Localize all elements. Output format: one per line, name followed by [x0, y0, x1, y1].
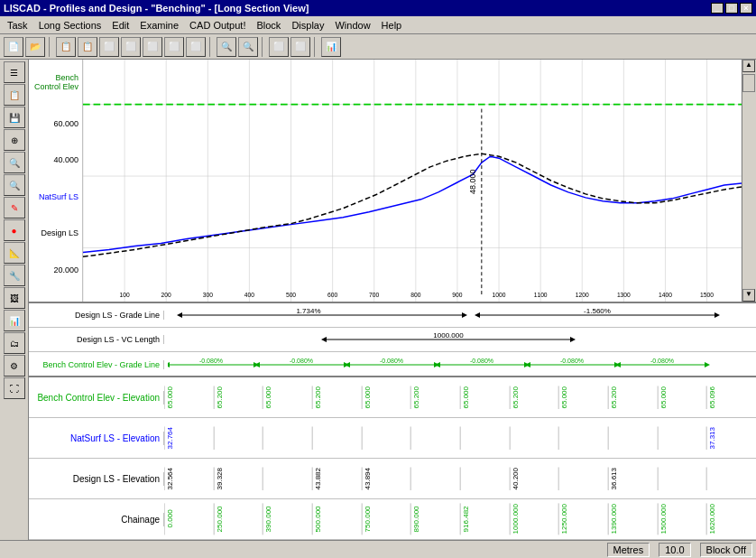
restore-button[interactable]: □ — [725, 3, 738, 14]
svg-text:1500: 1500 — [700, 292, 714, 298]
chainage-cell-12: 1620.000 — [706, 503, 756, 535]
sidebar-icon-10[interactable]: 🔧 — [4, 265, 25, 286]
bench-elev-cell-9: 65.000 — [558, 386, 608, 409]
sidebar-icon-12[interactable]: 📊 — [4, 310, 25, 331]
chainage-cell-10: 1390.000 — [608, 503, 658, 535]
title-bar-buttons[interactable]: _ □ × — [711, 3, 752, 14]
menu-edit[interactable]: Edit — [106, 19, 134, 32]
svg-text:-0.080%: -0.080% — [470, 358, 493, 364]
svg-marker-44 — [475, 312, 480, 318]
svg-text:300: 300 — [203, 292, 213, 298]
graph-area: Bench Control Elev 60.000 40.000 NatSurf… — [29, 60, 756, 303]
toolbar-btn3[interactable]: 📋 — [56, 37, 76, 57]
toolbar-zoom-in[interactable]: 🔍 — [217, 37, 236, 57]
svg-text:1000: 1000 — [493, 292, 506, 298]
svg-text:1.734%: 1.734% — [296, 307, 320, 315]
grade-label-2: Design LS - VC Length — [29, 335, 164, 344]
svg-text:200: 200 — [161, 292, 171, 298]
sidebar-icon-15[interactable]: ⛶ — [4, 377, 25, 399]
grade-line-row3: Bench Control Elev - Grade Line -0.080% … — [29, 352, 756, 377]
toolbar-btn9[interactable]: ⬜ — [186, 37, 206, 57]
toolbar-btn5[interactable]: ⬜ — [99, 37, 119, 57]
sidebar-icon-2[interactable]: 📋 — [4, 84, 25, 106]
svg-marker-68 — [525, 362, 530, 367]
chainage-cell-4: 500.000 — [312, 503, 362, 535]
menu-window[interactable]: Window — [329, 19, 375, 32]
bench-elev-cell-8: 65.200 — [510, 386, 559, 409]
scrollbar-up-arrow[interactable]: ▲ — [742, 60, 755, 72]
sidebar-icon-11[interactable]: 🖼 — [4, 287, 25, 309]
svg-marker-64 — [435, 362, 440, 367]
window-title: LISCAD - Profiles and Design - "Benching… — [4, 3, 309, 14]
natsurf-cell-1: 32.764 — [164, 426, 214, 450]
y-label-20: 20.000 — [29, 265, 82, 274]
natsurf-cell-7 — [460, 426, 510, 450]
sidebar-icon-5[interactable]: 🔍 — [4, 152, 25, 173]
sidebar-icon-9[interactable]: 📐 — [4, 242, 25, 264]
svg-marker-40 — [177, 312, 182, 318]
design-cell-11 — [658, 467, 707, 490]
toolbar-btn4[interactable]: 📋 — [78, 37, 97, 57]
bottom-table: Bench Control Elev - Elevation 65.000 65… — [29, 377, 756, 540]
natsurf-cell-3 — [263, 426, 312, 450]
sidebar-icon-7[interactable]: ✎ — [4, 197, 25, 219]
sidebar-icon-6[interactable]: 🔍 — [4, 174, 25, 196]
toolbar-open[interactable]: 📂 — [25, 37, 45, 57]
vertical-scrollbar[interactable]: ▲ ▼ — [742, 60, 756, 302]
sidebar-icon-4[interactable]: ⊕ — [4, 129, 25, 151]
sidebar-icon-14[interactable]: ⚙ — [4, 355, 25, 377]
chainage-cell-11: 1500.000 — [658, 503, 707, 535]
menu-help[interactable]: Help — [376, 19, 408, 32]
natsurf-cell-2 — [214, 426, 263, 450]
svg-marker-72 — [615, 362, 621, 367]
svg-marker-52 — [168, 362, 170, 367]
toolbar-new[interactable]: 📄 — [4, 37, 23, 57]
scrollbar-thumb[interactable] — [742, 74, 755, 92]
toolbar-btn12[interactable]: 📊 — [321, 37, 341, 57]
design-cell-9 — [558, 467, 608, 490]
natsurf-cell-5 — [362, 426, 411, 450]
design-cell-3 — [263, 467, 312, 490]
main-layout: ☰ 📋 💾 ⊕ 🔍 🔍 ✎ ● 📐 🔧 🖼 📊 🗂 ⚙ ⛶ Bench Cont… — [0, 60, 756, 540]
svg-marker-45 — [715, 312, 720, 318]
toolbar-zoom-out[interactable]: 🔍 — [238, 37, 258, 57]
design-cell-4: 43.882 — [312, 467, 362, 490]
grade-content-3: -0.080% -0.080% -0.080% -0.080% — [164, 352, 756, 377]
design-cell-6 — [410, 467, 460, 490]
menu-display[interactable]: Display — [286, 19, 329, 32]
menu-block[interactable]: Block — [251, 19, 286, 32]
natsurf-cell-4 — [312, 426, 362, 450]
status-units: Metres — [607, 543, 650, 557]
svg-text:-0.080%: -0.080% — [560, 358, 584, 364]
sidebar-icon-8[interactable]: ● — [4, 219, 25, 241]
scrollbar-down-arrow[interactable]: ▼ — [742, 289, 755, 302]
svg-marker-60 — [345, 362, 350, 367]
menu-task[interactable]: Task — [2, 19, 33, 32]
design-cell-8: 40.200 — [510, 467, 559, 490]
toolbar-btn7[interactable]: ⬜ — [143, 37, 162, 57]
chainage-data: 0.000 250.000 390.000 500.000 750.000 89… — [164, 503, 756, 535]
menu-bar: Task Long Sections Edit Examine CAD Outp… — [0, 16, 756, 34]
bench-control-label: Bench Control Elev — [29, 73, 82, 91]
sidebar-icon-13[interactable]: 🗂 — [4, 332, 25, 354]
toolbar-btn11[interactable]: ⬜ — [290, 37, 310, 57]
toolbar-btn8[interactable]: ⬜ — [164, 37, 184, 57]
grade-label-3: Bench Control Elev - Grade Line — [29, 360, 164, 369]
svg-marker-56 — [254, 362, 260, 367]
sidebar-icon-1[interactable]: ☰ — [4, 61, 25, 83]
menu-examine[interactable]: Examine — [134, 19, 184, 32]
chainage-cell-8: 1000.000 — [510, 503, 559, 535]
toolbar-sep1 — [49, 37, 52, 57]
close-button[interactable]: × — [740, 3, 752, 14]
svg-text:1400: 1400 — [659, 292, 672, 298]
toolbar-btn6[interactable]: ⬜ — [121, 37, 141, 57]
svg-text:1000.000: 1000.000 — [433, 331, 464, 339]
menu-long-sections[interactable]: Long Sections — [33, 19, 107, 32]
grade-line-row1: Design LS - Grade Line 1.734% -1.560% — [29, 303, 756, 328]
sidebar-icon-3[interactable]: 💾 — [4, 107, 25, 128]
grade-line-row2: Design LS - VC Length 1000.000 — [29, 328, 756, 352]
menu-cad-output[interactable]: CAD Output! — [184, 19, 251, 32]
minimize-button[interactable]: _ — [711, 3, 724, 14]
svg-rect-0 — [83, 60, 742, 302]
toolbar-btn10[interactable]: ⬜ — [269, 37, 289, 57]
